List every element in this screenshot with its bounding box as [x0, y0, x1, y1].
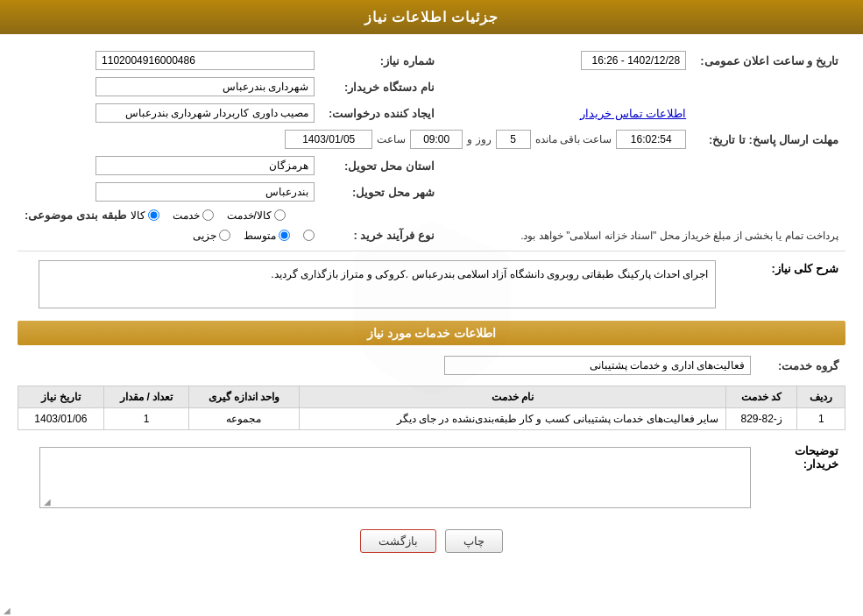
table-row: 1 ز-82-829 سایر فعالیت‌های خدمات پشتیبان… [18, 408, 845, 430]
footer-buttons: چاپ بازگشت [18, 529, 845, 553]
province-value-cell [18, 152, 322, 179]
description-form-table: شرح کلی نیاز: اجرای احداث پارکینگ طبقاتی… [18, 257, 845, 312]
divider-1 [18, 251, 845, 251]
buyer-org-label: نام دستگاه خریدار: [322, 74, 442, 100]
category-label: طبقه بندی موضوعی: [25, 209, 126, 222]
cell-code: ز-82-829 [725, 408, 797, 430]
print-button[interactable]: چاپ [445, 529, 503, 553]
cell-row: 1 [797, 408, 845, 430]
buyer-desc-resize[interactable]: ◢ [42, 497, 51, 506]
city-label: شهر محل تحویل: [322, 179, 442, 205]
buyer-desc-value-cell: ◢ [18, 439, 758, 516]
creator-input[interactable] [95, 103, 315, 123]
buyer-desc-label-cell: توضیحات خریدار: [758, 439, 845, 516]
description-label: شرح کلی نیاز: [771, 262, 838, 275]
need-number-value-cell [18, 47, 322, 74]
deadline-days-label: روز و [467, 133, 491, 145]
page-wrapper: جزئیات اطلاعات نیاز تاریخ و ساعت اعلان ع… [0, 0, 863, 616]
contact-link[interactable]: اطلاعات تماس خریدار [580, 107, 686, 120]
service-group-table: گروه خدمت: [18, 352, 845, 379]
need-number-input[interactable] [95, 51, 315, 70]
main-form-table: تاریخ و ساعت اعلان عمومی: شماره نیاز: نا… [18, 47, 845, 245]
announcement-input[interactable] [581, 51, 686, 70]
buyer-desc-area: ◢ [39, 447, 751, 508]
deadline-remaining-label: ساعت باقی مانده [535, 133, 612, 145]
category-kala[interactable]: کالا [131, 209, 159, 222]
col-header-unit: واحد اندازه گیری [189, 386, 299, 408]
col-header-row: ردیف [797, 386, 845, 408]
deadline-row-cell: ساعت باقی مانده روز و ساعت [18, 126, 693, 152]
purchase-type-cell: متوسط جزیی [18, 225, 322, 245]
deadline-remaining-input [616, 130, 686, 149]
creator-label: ایجاد کننده درخواست: [322, 100, 442, 126]
purchase-note: پرداخت تمام یا بخشی از مبلغ خریداز محل "… [520, 230, 838, 242]
service-group-value-cell [18, 352, 758, 379]
content-area: تاریخ و ساعت اعلان عمومی: شماره نیاز: نا… [0, 34, 863, 575]
announcement-value-cell [459, 47, 694, 74]
announcement-label: تاریخ و ساعت اعلان عمومی: [693, 47, 845, 74]
description-label-cell: شرح کلی نیاز: [723, 257, 845, 312]
need-number-label: شماره نیاز: [322, 47, 442, 74]
buyer-org-input[interactable] [95, 77, 315, 96]
purchase-type-radio-group: متوسط جزیی [25, 230, 315, 242]
category-cell: کالا/خدمت خدمت کالا طبقه بندی موضوعی: [18, 205, 693, 225]
cell-name: سایر فعالیت‌های خدمات پشتیبانی کسب و کار… [299, 408, 725, 430]
deadline-label: مهلت ارسال پاسخ: تا تاریخ: [693, 126, 845, 152]
service-group-input[interactable] [444, 356, 751, 375]
city-value-cell [18, 179, 322, 205]
col-header-name: نام خدمت [299, 386, 725, 408]
province-input[interactable] [95, 156, 315, 175]
service-group-label: گروه خدمت: [758, 352, 845, 379]
buyer-org-value-cell [18, 74, 322, 100]
buyer-desc-table: توضیحات خریدار: ◢ [18, 439, 845, 516]
category-kala-khedmat[interactable]: کالا/خدمت [227, 209, 286, 222]
header-title: جزئیات اطلاعات نیاز [364, 10, 499, 25]
cell-quantity: 1 [103, 408, 189, 430]
buyer-desc-label: توضیحات خریدار: [795, 444, 838, 471]
purchase-type-label: نوع فرآیند خرید : [322, 225, 442, 245]
deadline-time-input [410, 130, 463, 149]
purchase-jozi[interactable]: جزیی [193, 230, 230, 242]
description-text: اجرای احداث پارکینگ طبقاتی روبروی دانشگا… [271, 268, 708, 280]
province-label: استان محل تحویل: [322, 152, 442, 179]
back-button[interactable]: بازگشت [360, 529, 436, 553]
purchase-motavaset[interactable]: متوسط [244, 230, 290, 242]
description-value-cell: اجرای احداث پارکینگ طبقاتی روبروی دانشگا… [18, 257, 723, 312]
purchase-note-cell: پرداخت تمام یا بخشی از مبلغ خریداز محل "… [459, 225, 845, 245]
page-header: جزئیات اطلاعات نیاز [0, 0, 863, 34]
cell-date: 1403/01/06 [18, 408, 104, 430]
cell-unit: مجموعه [189, 408, 299, 430]
col-header-date: تاریخ نیاز [18, 386, 104, 408]
category-radio-group: کالا/خدمت خدمت کالا [131, 209, 286, 222]
purchase-other[interactable] [303, 230, 315, 241]
description-box: اجرای احداث پارکینگ طبقاتی روبروی دانشگا… [39, 260, 716, 308]
deadline-date-input[interactable] [285, 130, 372, 149]
deadline-time-label: ساعت [377, 133, 406, 145]
col-header-code: کد خدمت [725, 386, 797, 408]
services-section-title: اطلاعات خدمات مورد نیاز [18, 321, 845, 345]
services-table: ردیف کد خدمت نام خدمت واحد اندازه گیری ت… [18, 386, 845, 430]
col-header-quantity: تعداد / مقدار [103, 386, 189, 408]
deadline-days-input [496, 130, 531, 149]
category-khedmat[interactable]: خدمت [173, 209, 214, 222]
city-input[interactable] [95, 182, 315, 202]
resize-handle[interactable]: ◢ [2, 605, 11, 614]
creator-value-cell [18, 100, 322, 126]
